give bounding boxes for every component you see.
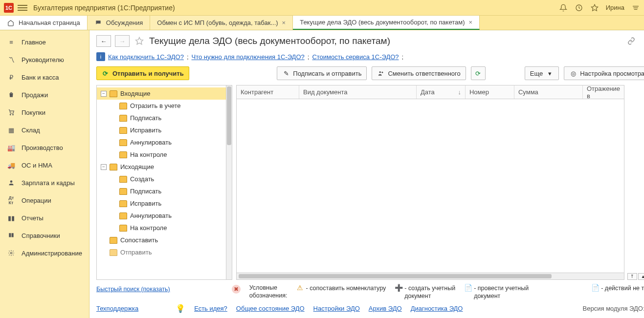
separator: ; [187,53,189,61]
book-icon [7,231,16,240]
grid-first-button[interactable]: ⤒ [627,273,637,280]
tree-scrollbar[interactable] [226,85,232,280]
col-reflection[interactable]: Отражение в [583,85,624,99]
legend-row: Быстрый поиск (показать) ✖ Условные обоз… [89,280,644,301]
tab-ismp-exchange[interactable]: Обмен с ИС МП (обувь, одежда, табак...) … [150,16,293,30]
clear-filter-icon[interactable]: ✖ [232,285,241,294]
chevron-down-icon: ▾ [546,69,554,77]
window-menu-icon[interactable] [631,3,640,12]
tab-discussions[interactable]: Обсуждения [88,16,151,30]
folder-icon [119,139,127,146]
svg-marker-1 [591,4,598,11]
change-responsible-button[interactable]: Сменить ответственного [372,66,466,80]
sidebar-item-admin[interactable]: Администрирование [0,244,89,262]
tree-node-reflect[interactable]: Отразить в учете [97,100,226,112]
tab-edo-current[interactable]: Текущие дела ЭДО (весь документооборот, … [293,16,480,30]
legend-conduct: 📄- провести учетный документ [464,284,529,300]
tree-label: Отразить в учете [130,102,181,109]
sidebar-item-hr[interactable]: Зарплата и кадры [0,174,89,191]
collapse-icon[interactable]: − [101,91,107,97]
sign-send-button[interactable]: ✎ Подписать и отправить [277,66,367,80]
nav-forward-button[interactable]: → [115,35,130,47]
tree-node-cancel[interactable]: Аннулировать [97,136,226,148]
edo-diag-link[interactable]: Диагностика ЭДО [411,305,463,312]
folder-tree[interactable]: −Входящие Отразить в учете Подписать Исп… [96,85,226,280]
col-date[interactable]: Дата↓ [417,85,466,99]
folder-icon [119,115,127,122]
tree-node-send[interactable]: Отправить [97,246,226,258]
edo-state-link[interactable]: Общее состояние ЭДО [236,305,305,312]
bulb-icon: 💡 [176,304,185,313]
sidebar-item-sales[interactable]: Продажи [0,86,89,104]
tab-home[interactable]: Начальная страница [0,16,88,30]
tree-node-outgoing[interactable]: −Исходящие [97,161,226,173]
sidebar-item-reports[interactable]: ▮▮Отчеты [0,209,89,227]
bell-icon[interactable] [559,3,568,12]
tree-node-out-control[interactable]: На контроле [97,222,226,234]
link-cost[interactable]: Стоимость сервиса 1С-ЭДО? [312,53,399,61]
sidebar-item-warehouse[interactable]: ▦Склад [0,121,89,139]
reload-button[interactable]: ⟳ [471,66,486,80]
nav-back-button[interactable]: ← [96,35,111,47]
col-number[interactable]: Номер [466,85,514,99]
tree-node-incoming[interactable]: −Входящие [97,87,226,100]
send-receive-button[interactable]: ⟳ Отправить и получить [96,66,189,80]
favorite-star-icon[interactable] [133,35,145,47]
star-icon[interactable] [590,3,599,12]
col-sum[interactable]: Сумма [514,85,583,99]
settings-icon: ◎ [569,69,577,77]
view-settings-button[interactable]: ◎ Настройка просмотра [564,66,644,80]
sidebar-item-production[interactable]: 🏭Производство [0,139,89,156]
tree-node-match[interactable]: Сопоставить [97,234,226,246]
sidebar-item-purchases[interactable]: Покупки [0,104,89,121]
folder-icon [110,249,117,256]
folder-icon [119,151,127,158]
tree-node-out-fix[interactable]: Исправить [97,197,226,210]
collapse-icon[interactable]: − [101,164,107,170]
sidebar-item-assets[interactable]: 🚚ОС и НМА [0,156,89,174]
sidebar-item-catalogs[interactable]: Справочники [0,227,89,244]
history-icon[interactable] [575,3,583,12]
support-link[interactable]: Техподдержка [96,305,138,312]
scrollbar-thumb[interactable] [239,274,552,278]
svg-point-6 [13,114,14,115]
link-icon[interactable] [626,36,636,46]
tree-node-fix[interactable]: Исправить [97,124,226,136]
button-label: Еще [530,70,543,77]
svg-point-5 [10,114,11,115]
sidebar-item-main[interactable]: ≡Главное [0,33,89,51]
main-menu-icon[interactable] [18,3,27,13]
user-name[interactable]: Ирина [606,4,624,11]
col-doc-type[interactable]: Вид документа [299,85,417,99]
sidebar-item-operations[interactable]: ДтКтОперации [0,191,89,209]
grid-body[interactable] [237,99,624,273]
close-icon[interactable]: × [282,19,286,26]
tree-node-out-cancel[interactable]: Аннулировать [97,210,226,222]
tree-node-out-create[interactable]: Создать [97,173,226,185]
link-what-needed[interactable]: Что нужно для подключения 1С-ЭДО? [192,53,305,61]
scrollbar-thumb[interactable] [227,86,231,145]
tree-node-out-sign[interactable]: Подписать [97,185,226,197]
quick-search-link[interactable]: Быстрый поиск (показать) [96,286,170,293]
col-label: Вид документа [303,88,348,96]
tree-node-sign[interactable]: Подписать [97,112,226,124]
sidebar-item-label: Покупки [22,109,45,116]
sidebar-item-bank[interactable]: ₽Банк и касса [0,68,89,86]
sidebar-item-manager[interactable]: 〽Руководителю [0,51,89,68]
edo-settings-link[interactable]: Настройки ЭДО [313,305,360,312]
idea-link[interactable]: Есть идея? [194,305,227,312]
chat-icon [94,19,102,27]
sidebar-item-label: Производство [22,144,63,151]
more-button[interactable]: Еще ▾ [525,66,559,80]
folder-icon [110,90,117,97]
col-counterparty[interactable]: Контрагент [237,85,299,99]
tree-label: Исправить [130,127,161,134]
close-icon[interactable]: × [469,19,473,26]
tab-label: Текущие дела ЭДО (весь документооборот, … [300,19,465,26]
truck-icon: 🚚 [7,161,16,170]
tree-node-control[interactable]: На контроле [97,148,226,161]
grid-up-button[interactable]: ▲ [638,273,644,280]
grid-h-scrollbar[interactable] [237,273,624,279]
link-how-connect[interactable]: Как подключить 1С-ЭДО? [108,53,184,61]
edo-archive-link[interactable]: Архив ЭДО [369,305,402,312]
